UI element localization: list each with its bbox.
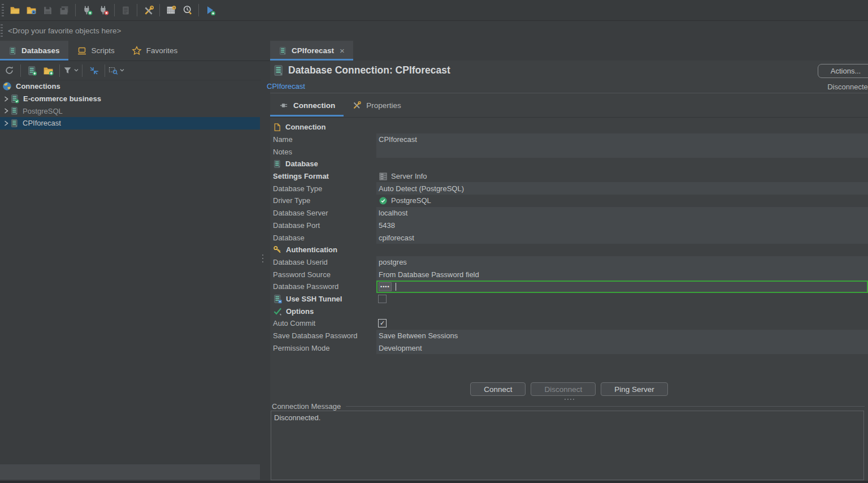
view-tab-connection[interactable]: Connection (270, 93, 344, 117)
field-label: Save Database Password (273, 331, 358, 340)
collapse-button[interactable] (85, 62, 102, 79)
field-value-text: postgres (379, 258, 407, 266)
toolbar-drag-handle[interactable] (2, 4, 4, 16)
save-button[interactable] (40, 2, 56, 19)
input-database-server[interactable]: localhost (376, 207, 868, 219)
sidebar-tab-favorites[interactable]: Favorites (123, 41, 186, 61)
select-search-button[interactable] (108, 62, 124, 79)
connection-panel: Database Connection: CPIforecast Actions… (270, 61, 868, 481)
monitor-clock-button[interactable] (179, 2, 196, 19)
tree-item-connections[interactable]: Connections (0, 80, 260, 93)
add-connection-icon (27, 66, 37, 76)
connect-plug-button[interactable] (79, 2, 95, 19)
folder-settings-button[interactable] (23, 2, 40, 19)
input-database[interactable]: cpiforecast (376, 231, 868, 244)
save-icon (43, 6, 53, 15)
disconnect-plug-button[interactable] (95, 2, 111, 19)
chevron-right-icon[interactable] (2, 120, 10, 126)
ping-server-button[interactable]: Ping Server (601, 382, 668, 396)
filter-button[interactable] (63, 62, 79, 79)
toolbar-separator (75, 4, 76, 16)
buttons-drag-handle[interactable] (270, 399, 868, 400)
form-row-permission-mode: Permission ModeDevelopment (270, 342, 868, 354)
field-label-database-type: Database Type (270, 184, 376, 193)
properties-tools-icon (352, 101, 362, 110)
breadcrumb[interactable]: CPIforecast (267, 82, 305, 90)
collapse-icon (89, 66, 98, 75)
section-label: Options (286, 307, 314, 316)
sidebar-tab-strip: DatabasesScriptsFavorites (0, 41, 260, 61)
connection-message-box[interactable]: Disconnected. (271, 411, 864, 480)
form-row-authentication: Authentication (270, 244, 868, 256)
favorites-bar-drag-handle[interactable] (1, 24, 3, 37)
input-database-type[interactable]: Auto Detect (PostgreSQL) (376, 182, 868, 195)
tab-cpiforecast[interactable]: CPIforecast × (270, 41, 353, 61)
field-label: Notes (273, 148, 292, 156)
tree-item-e-commerce-business[interactable]: E-commerce business (0, 93, 260, 105)
add-folder-button[interactable] (40, 62, 57, 79)
form-row-database-port: Database Port5438 (270, 219, 868, 232)
add-folder-icon (43, 66, 54, 76)
save-all-button[interactable] (56, 2, 72, 19)
tree-item-label: E-commerce business (23, 94, 101, 103)
connection-message-header: Connection Message (272, 402, 865, 411)
section-value (376, 293, 868, 305)
star-icon (132, 46, 142, 55)
form-row-password-source: Password SourceFrom Database Password fi… (270, 268, 868, 281)
select-settings-format[interactable]: Server Info (376, 170, 868, 183)
field-label: Permission Mode (273, 344, 329, 352)
monitor-clock-icon (183, 5, 193, 15)
field-label: Password Source (273, 270, 331, 279)
database-icon (10, 119, 19, 128)
input-name[interactable]: CPIforecast (376, 133, 868, 146)
chevron-right-icon[interactable] (2, 108, 10, 114)
chevron-right-icon[interactable] (2, 96, 10, 102)
input-database-port[interactable]: 5438 (376, 219, 868, 232)
sidebar-tab-scripts[interactable]: Scripts (68, 41, 123, 61)
tools-icon (144, 5, 154, 15)
schedule-grid-button[interactable] (163, 2, 179, 19)
chevron-down-icon[interactable] (73, 66, 79, 75)
chevron-down-icon[interactable] (119, 66, 125, 75)
connect-button[interactable]: Connect (470, 382, 526, 396)
field-value-text: CPIforecast (379, 135, 417, 144)
sidebar-scrollbar-track[interactable] (0, 464, 260, 480)
breadcrumb-row: CPIforecast Disconnected (270, 81, 868, 93)
field-value-text: Development (379, 344, 422, 352)
tree-item-label: PostgreSQL (23, 107, 63, 115)
input-database-userid[interactable]: postgres (376, 256, 868, 269)
password-input-database-password[interactable]: •••• (376, 281, 868, 293)
input-notes[interactable] (376, 145, 868, 158)
connection-header: Database Connection: CPIforecast Actions… (270, 61, 868, 81)
folder-open-button[interactable] (7, 2, 23, 19)
password-dots: •••• (379, 282, 392, 291)
script-list-button[interactable] (118, 2, 134, 19)
options-check-icon (273, 307, 282, 316)
folder-open-icon (10, 5, 20, 15)
input-password-source[interactable]: From Database Password field (376, 268, 868, 281)
section-value (376, 305, 868, 317)
sidebar-tab-databases[interactable]: Databases (0, 41, 68, 61)
disconnect-plug-icon (98, 5, 109, 15)
select-driver-type[interactable]: PostgreSQL (376, 195, 868, 207)
actions-button[interactable]: Actions... (818, 64, 868, 78)
refresh-button[interactable] (1, 62, 18, 79)
add-connection-button[interactable] (24, 62, 40, 79)
script-list-icon (121, 6, 131, 15)
main-tab-strip: CPIforecast × (270, 41, 868, 61)
select-search-icon (108, 66, 118, 75)
tools-button[interactable] (140, 2, 157, 19)
close-icon[interactable]: × (340, 46, 345, 55)
run-add-button[interactable] (202, 2, 218, 19)
database-connected-icon (10, 94, 19, 104)
input-permission-mode[interactable]: Development (376, 342, 868, 354)
tree-item-cpiforecast[interactable]: CPIforecast (0, 117, 260, 130)
tree-item-postgresql[interactable]: PostgreSQL (0, 105, 260, 117)
view-tab-properties[interactable]: Properties (344, 93, 410, 117)
input-save-database-password[interactable]: Save Between Sessions (376, 330, 868, 342)
checkbox-use-ssh-tunnel[interactable] (378, 295, 387, 303)
form-row-settings-format: Settings FormatServer Info (270, 170, 868, 183)
panel-splitter-handle[interactable] (262, 255, 263, 262)
checkbox-auto-commit[interactable]: ✓ (378, 319, 387, 327)
status-bar (0, 481, 868, 483)
